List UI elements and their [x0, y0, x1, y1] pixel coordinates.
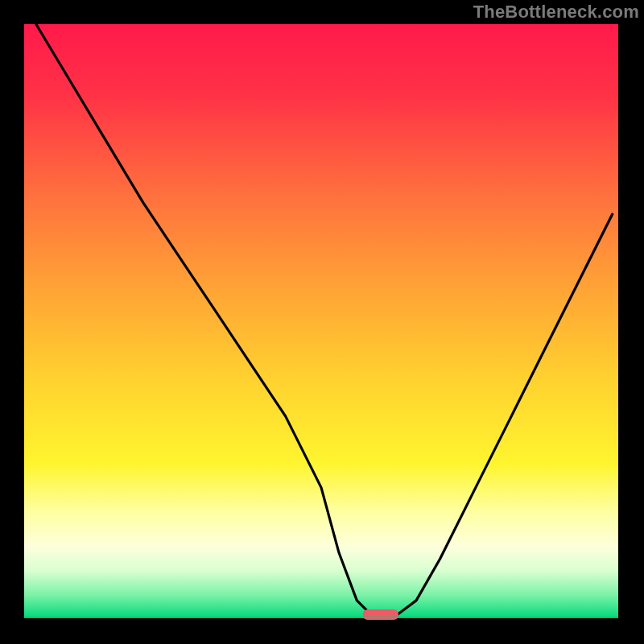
plot-background: [24, 24, 618, 618]
optimal-marker: [363, 609, 398, 620]
baseline: [24, 617, 618, 618]
bottleneck-chart: [0, 0, 644, 644]
chart-container: TheBottleneck.com: [0, 0, 644, 644]
